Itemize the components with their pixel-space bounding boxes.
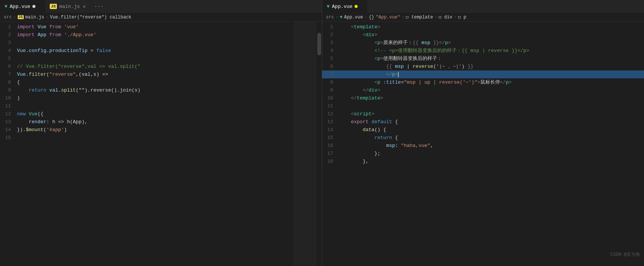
js-icon-left: JS (50, 4, 57, 9)
tab-main-js-left[interactable]: JS main.js ✕ (45, 0, 90, 13)
r-code-line-18: 18 }, (322, 157, 644, 165)
right-code-area[interactable]: 1 <template> 2 <div> 3 <p>原来的样子：{{ msp }… (322, 21, 644, 266)
code-line-12: 12 new Vue({ (0, 110, 322, 118)
left-tabs-bar: ▼ App.vue JS main.js ✕ ··· (0, 0, 322, 13)
r-code-line-5: 5 <p>使用翻转器变换后的样子： (322, 55, 644, 63)
r-code-line-9: 9 </div> (322, 86, 644, 94)
code-line-3: 3 (0, 39, 322, 47)
tab-main-js-label: main.js (59, 4, 80, 9)
watermark: CSDN @非为鱼 (610, 251, 640, 258)
right-tabs-bar: ▼ App.vue (322, 0, 644, 13)
r-code-line-10: 10 </template> (322, 94, 644, 102)
left-minimap (294, 21, 317, 266)
code-line-8: 8 { (0, 78, 322, 86)
code-line-7: 7 Vue.filter("reverse",(val,s) => (0, 70, 322, 78)
code-line-10: 10 ) (0, 94, 322, 102)
r-code-line-16: 16 msp: "haha,vue", (322, 142, 644, 150)
code-line-14: 14 }).$mount('#app') (0, 126, 322, 134)
bc-js-icon: JS (18, 15, 24, 19)
left-editor-pane: ▼ App.vue JS main.js ✕ ··· src › JS main… (0, 0, 322, 266)
tab-app-vue-left[interactable]: ▼ App.vue (0, 0, 45, 13)
r-code-line-1: 1 <template> (322, 23, 644, 31)
left-breadcrumb: src › JS main.js › Vue.filter("reverse")… (0, 13, 322, 21)
code-line-2: 2 import App from './App.vue' (0, 31, 322, 39)
r-code-line-4: 4 <!-- <p>使用翻转器变换后的的样子：{{ msp | reverse … (322, 47, 644, 55)
right-breadcrumb: src › ▼ App.vue › {} "App.vue" › ◻ templ… (322, 13, 644, 21)
r-code-line-8: 8 <p :title="msp | up | reverse('~')">鼠标… (322, 78, 644, 86)
left-scrollbar[interactable] (317, 21, 322, 266)
tab-more-left[interactable]: ··· (90, 0, 107, 13)
tab-dot-left (32, 5, 35, 8)
tab-app-vue-left-label: App.vue (10, 4, 31, 9)
code-line-13: 13 render: h => h(App), (0, 118, 322, 126)
close-icon-left[interactable]: ✕ (83, 4, 86, 9)
code-line-6: 6 // Vue.filter("reverse",val => val.spl… (0, 63, 322, 70)
r-code-line-2: 2 <div> (322, 31, 644, 39)
code-line-1: 1 import Vue from 'vue' (0, 23, 322, 31)
r-code-line-3: 3 <p>原来的样子：{{ msp }}</p> (322, 39, 644, 47)
code-line-9: 9 return val.split("").reverse().join(s) (0, 86, 322, 94)
r-code-line-11: 11 (322, 102, 644, 110)
r-code-line-13: 13 export default { (322, 118, 644, 126)
left-code-area[interactable]: 1 import Vue from 'vue' 2 import App fro… (0, 21, 322, 266)
r-code-line-7: 7 </p> (322, 70, 644, 78)
code-line-5: 5 (0, 55, 322, 63)
r-code-line-12: 12 <script> (322, 110, 644, 118)
tab-app-vue-right[interactable]: ▼ App.vue (322, 0, 367, 13)
vue-icon-right: ▼ (327, 4, 330, 9)
r-code-line-6: 6 {{ msp | reverse('|~ 。~|') }} (322, 63, 644, 70)
r-code-line-15: 15 return { (322, 134, 644, 142)
code-line-15: 15 (0, 134, 322, 142)
tab-modified-dot-right (355, 5, 358, 8)
r-code-line-17: 17 }; (322, 150, 644, 157)
right-editor-pane: ▼ App.vue src › ▼ App.vue › {} "App.vue"… (322, 0, 644, 266)
code-line-4: 4 Vue.config.productionTip = false (0, 47, 322, 55)
left-scrollbar-thumb[interactable] (317, 33, 321, 55)
tab-app-vue-right-label: App.vue (332, 4, 353, 9)
code-line-11: 11 (0, 102, 322, 110)
r-code-line-14: 14 data() { (322, 126, 644, 134)
vue-icon-left: ▼ (5, 4, 8, 9)
